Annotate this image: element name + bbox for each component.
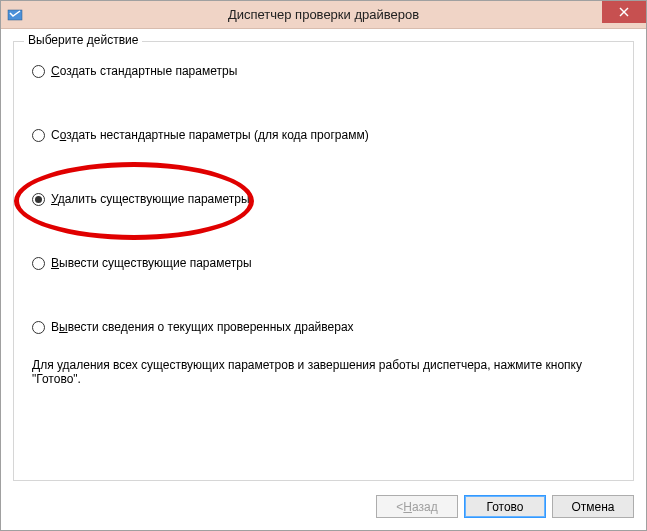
radio-indicator [32,193,45,206]
finish-button[interactable]: Готово [464,495,546,518]
fieldset-legend: Выберите действие [24,33,142,47]
radio-label: Создать стандартные параметры [51,64,237,78]
radio-label: Создать нестандартные параметры (для код… [51,128,369,142]
titlebar: Диспетчер проверки драйверов [1,1,646,29]
back-button: < Назад [376,495,458,518]
radio-label: Вывести существующие параметры [51,256,252,270]
radio-label: Вывести сведения о текущих проверенных д… [51,320,354,334]
verifier-window: Диспетчер проверки драйверов Выберите де… [0,0,647,531]
radio-delete-existing[interactable]: Удалить существующие параметры [32,192,615,206]
radio-display-existing[interactable]: Вывести существующие параметры [32,256,615,270]
radio-group: Создать стандартные параметры Создать не… [32,64,615,334]
close-button[interactable] [602,1,646,23]
radio-create-custom[interactable]: Создать нестандартные параметры (для код… [32,128,615,142]
radio-indicator [32,321,45,334]
radio-indicator [32,257,45,270]
radio-label: Удалить существующие параметры [51,192,250,206]
button-bar: < Назад Готово Отмена [13,481,634,518]
radio-create-standard[interactable]: Создать стандартные параметры [32,64,615,78]
app-icon [7,7,23,23]
radio-indicator [32,65,45,78]
close-icon [619,7,629,17]
window-title: Диспетчер проверки драйверов [228,7,419,22]
cancel-button[interactable]: Отмена [552,495,634,518]
radio-display-verified[interactable]: Вывести сведения о текущих проверенных д… [32,320,615,334]
radio-indicator [32,129,45,142]
hint-text: Для удаления всех существующих параметро… [32,358,615,386]
content-area: Выберите действие Создать стандартные па… [1,29,646,530]
action-fieldset: Выберите действие Создать стандартные па… [13,41,634,481]
